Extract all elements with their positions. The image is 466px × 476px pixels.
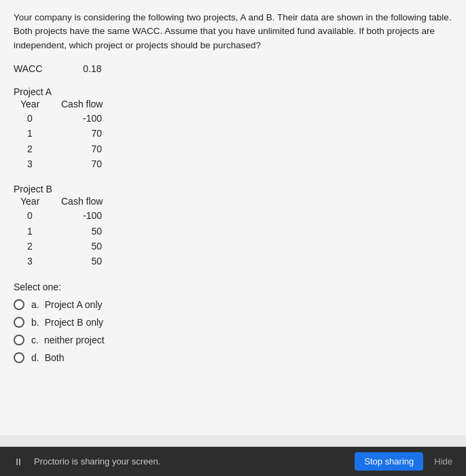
project-a-table: Year Cash flow 0 -100 1 70 2 70 3 70 <box>20 99 452 172</box>
pause-icon: ⏸ <box>14 456 23 467</box>
project-a-year-0: 0 <box>20 111 61 126</box>
project-a-header: Year Cash flow <box>20 99 452 109</box>
project-a-row-3: 3 70 <box>20 156 452 171</box>
project-b-row-1: 1 50 <box>20 224 452 239</box>
option-a-letter: a. <box>31 299 39 310</box>
option-b-text: Project B only <box>45 317 103 328</box>
wacc-row: WACC 0.18 <box>14 63 452 74</box>
project-a-year-1: 1 <box>20 126 61 141</box>
stop-sharing-button[interactable]: Stop sharing <box>355 452 423 471</box>
project-a-cf-3: 70 <box>61 156 115 171</box>
project-b-year-0: 0 <box>20 208 61 223</box>
project-b-row-2: 2 50 <box>20 239 452 254</box>
wacc-label: WACC <box>14 63 42 74</box>
project-b-cashflow-header: Cash flow <box>61 196 115 207</box>
project-b-cf-0: -100 <box>61 208 115 223</box>
wacc-value: 0.18 <box>83 63 101 74</box>
project-a-year-header: Year <box>20 99 61 109</box>
project-b-cf-3: 50 <box>61 254 115 269</box>
option-c-text: neither project <box>44 335 105 345</box>
options-list: a. Project A only b. Project B only c. n… <box>14 299 452 363</box>
proctorio-text: Proctorio is sharing your screen. <box>34 456 344 466</box>
option-b[interactable]: b. Project B only <box>14 317 452 328</box>
project-a-row-1: 1 70 <box>20 126 452 141</box>
project-b-year-2: 2 <box>20 239 61 254</box>
radio-d[interactable] <box>14 352 24 363</box>
option-a[interactable]: a. Project A only <box>14 299 452 310</box>
option-d-letter: d. <box>31 352 39 363</box>
project-a-row-0: 0 -100 <box>20 111 452 126</box>
project-a-year-2: 2 <box>20 141 61 156</box>
option-b-letter: b. <box>31 317 39 328</box>
project-a-cf-0: -100 <box>61 111 115 126</box>
radio-a[interactable] <box>14 299 24 310</box>
project-a-section: Project A Year Cash flow 0 -100 1 70 2 7… <box>14 86 452 172</box>
option-c-letter: c. <box>31 335 39 345</box>
project-b-year-1: 1 <box>20 224 61 239</box>
project-b-section: Project B Year Cash flow 0 -100 1 50 2 5… <box>14 184 452 269</box>
option-c[interactable]: c. neither project <box>14 335 452 345</box>
main-content: Your company is considering the followin… <box>0 0 466 435</box>
project-b-table: Year Cash flow 0 -100 1 50 2 50 3 50 <box>20 196 452 269</box>
project-a-cf-1: 70 <box>61 126 115 141</box>
radio-b[interactable] <box>14 317 24 328</box>
option-d[interactable]: d. Both <box>14 352 452 363</box>
project-b-year-header: Year <box>20 196 61 207</box>
project-b-header: Year Cash flow <box>20 196 452 207</box>
project-b-year-3: 3 <box>20 254 61 269</box>
intro-paragraph: Your company is considering the followin… <box>14 11 452 52</box>
project-a-year-3: 3 <box>20 156 61 171</box>
radio-c[interactable] <box>14 335 24 345</box>
option-d-text: Both <box>45 352 65 363</box>
project-a-row-2: 2 70 <box>20 141 452 156</box>
hide-link[interactable]: Hide <box>434 456 452 466</box>
project-b-row-0: 0 -100 <box>20 208 452 223</box>
project-b-row-3: 3 50 <box>20 254 452 269</box>
project-b-cf-1: 50 <box>61 224 115 239</box>
option-a-text: Project A only <box>45 299 103 310</box>
project-b-title: Project B <box>14 184 452 194</box>
select-one-label: Select one: <box>14 282 452 292</box>
project-a-cashflow-header: Cash flow <box>61 99 115 109</box>
project-a-title: Project A <box>14 86 452 97</box>
project-b-cf-2: 50 <box>61 239 115 254</box>
bottom-bar: ⏸ Proctorio is sharing your screen. Stop… <box>0 447 466 476</box>
project-a-cf-2: 70 <box>61 141 115 156</box>
